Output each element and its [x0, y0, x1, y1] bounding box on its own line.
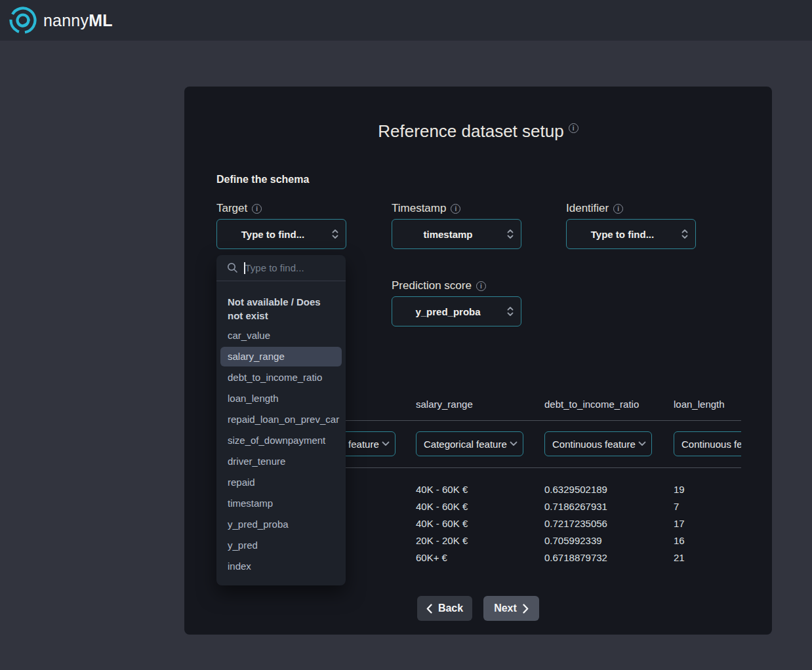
table-cell: 0.7217235056	[544, 515, 669, 532]
dropdown-option[interactable]: y_pred_proba	[216, 514, 346, 535]
dropdown-divider	[216, 281, 346, 281]
dropdown-option[interactable]: driver_tenure	[216, 451, 346, 472]
target-select-value: Type to find...	[241, 229, 304, 240]
column-header: debt_to_income_ratio	[544, 399, 639, 410]
next-button-label: Next	[494, 602, 517, 614]
identifier-select-value: Type to find...	[591, 229, 654, 240]
table-cell: 40K - 60K €	[416, 498, 540, 515]
target-label: Target	[216, 202, 247, 215]
feature-type-select[interactable]: Continuous feature	[674, 431, 741, 456]
nannyml-logo-icon	[9, 6, 37, 35]
dropdown-option[interactable]: repaid	[216, 472, 346, 493]
chevron-left-icon	[426, 604, 432, 614]
feature-type-select[interactable]: Categorical feature	[416, 431, 523, 456]
chevron-right-icon	[523, 604, 529, 614]
prediction-score-label: Prediction score	[392, 279, 472, 292]
table-cell: 40K - 60K €	[416, 515, 540, 532]
table-cell: 60K+ €	[416, 549, 540, 566]
brand-text: nannyML	[43, 11, 113, 30]
dropdown-search-input[interactable]	[245, 262, 331, 273]
dropdown-option[interactable]: y_pred	[216, 535, 346, 556]
table-column-values: 19 7 17 16 21	[674, 481, 741, 566]
target-column-dropdown: Not available / Does not exist car_value…	[216, 255, 346, 585]
table-cell: 0.705992339	[544, 532, 669, 549]
column-header: salary_range	[416, 399, 473, 410]
dropdown-option[interactable]: index	[216, 556, 346, 577]
back-button[interactable]: Back	[417, 596, 472, 621]
table-column-values: 40K - 60K € 40K - 60K € 40K - 60K € 20K …	[416, 481, 540, 566]
top-navigation-bar: nannyML	[0, 0, 812, 41]
target-select[interactable]: Type to find...	[216, 219, 346, 249]
feature-type-value: Continuous feature	[552, 439, 636, 450]
updown-chevron-icon	[506, 305, 514, 317]
dropdown-options-list: car_value salary_range debt_to_income_ra…	[216, 325, 346, 577]
next-button[interactable]: Next	[483, 596, 539, 621]
table-cell: 0.6718879732	[544, 549, 669, 566]
section-heading: Define the schema	[216, 174, 309, 186]
dropdown-option[interactable]: car_value	[216, 325, 346, 346]
feature-type-value: Categorical feature	[424, 439, 507, 450]
identifier-label: Identifier	[566, 202, 609, 215]
back-button-label: Back	[438, 602, 463, 614]
chevron-down-icon	[638, 441, 646, 446]
timestamp-select-value: timestamp	[423, 229, 472, 240]
updown-chevron-icon	[331, 228, 339, 240]
prediction-score-select-value: y_pred_proba	[415, 306, 480, 317]
column-header: loan_length	[674, 399, 725, 410]
identifier-info-icon[interactable]: i	[613, 204, 623, 214]
timestamp-label: Timestamp	[392, 202, 446, 215]
dropdown-option[interactable]: size_of_downpayment	[216, 430, 346, 451]
prediction-score-select[interactable]: y_pred_proba	[392, 296, 521, 326]
table-cell: 0.6329502189	[544, 481, 669, 498]
table-cell: 20K - 20K €	[416, 532, 540, 549]
updown-chevron-icon	[681, 228, 689, 240]
table-cell: 40K - 60K €	[416, 481, 540, 498]
dropdown-option-highlighted[interactable]: salary_range	[220, 347, 342, 366]
table-cell: 21	[674, 549, 741, 566]
identifier-select[interactable]: Type to find...	[566, 219, 696, 249]
table-cell: 17	[674, 515, 741, 532]
table-cell: 7	[674, 498, 741, 515]
timestamp-info-icon[interactable]: i	[451, 204, 460, 214]
table-column-values: 0.6329502189 0.7186267931 0.7217235056 0…	[544, 481, 669, 566]
search-icon	[227, 262, 238, 273]
feature-type-value: Continuous feature	[681, 439, 741, 450]
dropdown-option[interactable]: loan_length	[216, 388, 346, 409]
target-info-icon[interactable]: i	[252, 204, 262, 214]
page-title: Reference dataset setup	[378, 121, 563, 142]
dropdown-option-not-available[interactable]: Not available / Does not exist	[228, 295, 330, 323]
table-cell: 19	[674, 481, 741, 498]
chevron-down-icon	[510, 441, 518, 446]
updown-chevron-icon	[506, 228, 514, 240]
table-cell: 0.7186267931	[544, 498, 669, 515]
prediction-score-info-icon[interactable]: i	[476, 281, 486, 291]
feature-type-select[interactable]: Continuous feature	[544, 431, 652, 456]
dropdown-option[interactable]: repaid_loan_on_prev_car	[216, 409, 346, 430]
dropdown-option[interactable]: timestamp	[216, 493, 346, 514]
page: nannyML Reference dataset setup i Define…	[0, 0, 812, 670]
title-info-icon[interactable]: i	[569, 123, 579, 133]
timestamp-select[interactable]: timestamp	[392, 219, 521, 249]
dropdown-option[interactable]: debt_to_income_ratio	[216, 367, 346, 388]
table-cell: 16	[674, 532, 741, 549]
chevron-down-icon	[382, 441, 390, 446]
brand: nannyML	[9, 6, 113, 35]
